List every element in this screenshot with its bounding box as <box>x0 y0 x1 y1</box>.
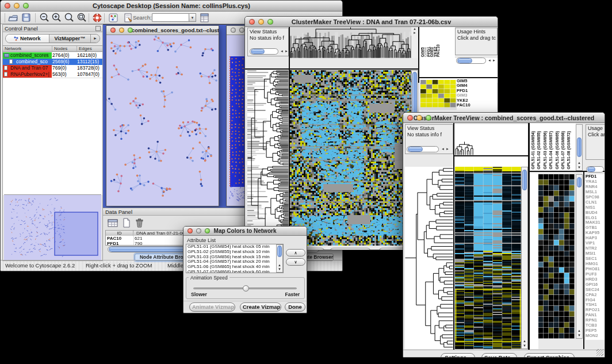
move-attribute-down-button[interactable]: ∨ <box>286 258 305 266</box>
zoom-button[interactable] <box>23 3 29 9</box>
treeview1-titlebar[interactable]: ClusterMaker TreeView : DNA and Tran 07-… <box>245 17 498 27</box>
save-session-icon[interactable] <box>21 12 32 24</box>
minimize-button[interactable] <box>14 3 20 9</box>
network-tree-row[interactable]: DNA and Tran 07769(0)183728(0) <box>3 65 102 71</box>
row-label: HAP3 <box>586 236 605 241</box>
help-lifebuoy-icon[interactable] <box>91 12 103 24</box>
attribute-list-item[interactable]: GPL51-02 (GSM855) heat shock 10 min <box>186 250 283 255</box>
scrollbar-thumb[interactable] <box>577 177 582 187</box>
minimize-button[interactable] <box>239 28 244 33</box>
minimize-button[interactable] <box>196 228 201 233</box>
summary-vscrollbar[interactable]: ▲ ▼ <box>576 174 583 339</box>
treeview2-titlebar[interactable]: ClusterMaker TreeView : combined_scores_… <box>403 113 605 123</box>
summary-heatmap-canvas[interactable] <box>538 174 575 339</box>
slider-thumb[interactable] <box>243 285 249 292</box>
scrollbar-thumb[interactable] <box>277 246 282 257</box>
row-highlight: RNAPuberNov2+| <box>3 71 52 78</box>
zoom-button[interactable] <box>205 228 210 233</box>
gene-row-labels: PFD1YRA1RNR4MSL1SPC98CLN1NIS1BUD4ELG1MAK… <box>586 174 605 340</box>
new-attribute-icon[interactable] <box>121 218 132 228</box>
minimize-button[interactable] <box>416 115 422 121</box>
heatmap-vscrollbar[interactable]: ▲ ▼ <box>521 167 528 349</box>
float-panel-icon[interactable] <box>95 26 101 31</box>
heatmap-canvas[interactable] <box>455 167 521 349</box>
export-graphics-button[interactable]: Export Graphics... <box>329 248 372 250</box>
network-frame-combined-scores[interactable]: combined_scores_good.txt--cluste... <box>106 25 219 206</box>
attribute-browser-icon[interactable] <box>199 12 211 24</box>
zoom-button[interactable] <box>267 19 273 25</box>
view-status-hscrollbar[interactable] <box>250 48 278 55</box>
zoom-button[interactable] <box>426 115 431 121</box>
panel-divider[interactable] <box>453 123 454 350</box>
heatmap-canvas[interactable] <box>290 70 411 246</box>
panel-divider[interactable] <box>583 172 584 349</box>
network-tree-row[interactable]: RNAPuberNov2+|563(0)107847(0) <box>3 71 102 78</box>
view-status-hscrollbar[interactable] <box>407 146 439 152</box>
row-dendrogram-canvas[interactable] <box>405 167 453 349</box>
main-titlebar[interactable]: Cytoscape Desktop (Session Name: collins… <box>1 1 342 12</box>
spacer <box>521 124 528 155</box>
save-data-button[interactable]: Save Data... <box>481 353 517 358</box>
scrollbar-arrows[interactable]: ◄► <box>441 146 450 152</box>
dialog-titlebar[interactable]: Map Colors to Network <box>183 227 307 236</box>
panel-divider[interactable] <box>245 68 418 70</box>
close-button[interactable] <box>5 3 10 9</box>
column-labels-vscrollbar[interactable]: ▲ ▼ <box>576 124 583 171</box>
move-attribute-up-button[interactable]: ∧ <box>286 249 305 256</box>
more-tabs-button[interactable]: ► <box>91 35 100 43</box>
close-button[interactable] <box>249 19 255 25</box>
done-button[interactable]: Done <box>285 302 305 312</box>
close-button[interactable] <box>231 28 236 33</box>
close-button[interactable] <box>110 28 116 33</box>
attribute-listbox[interactable]: GPL51-01 (GSM854) heat shock 05 minGPL51… <box>186 244 284 273</box>
zoom-out-icon[interactable] <box>39 12 51 24</box>
animation-speed-slider[interactable] <box>193 288 297 289</box>
panel-divider[interactable] <box>419 77 498 78</box>
list-vscrollbar[interactable]: ▲ ▼ <box>276 244 283 273</box>
scrollbar-arrows[interactable]: ◄► <box>280 48 289 55</box>
annotation-icon[interactable] <box>123 12 134 24</box>
open-session-icon[interactable] <box>7 12 19 24</box>
attribute-list-item[interactable]: GPL51-04 (GSM857) heat shock 20 min <box>186 259 283 265</box>
resize-grip[interactable] <box>596 349 603 356</box>
animate-vizmap-button[interactable]: Animate Vizmap <box>189 302 235 312</box>
network-tree-row[interactable]: combined_scores2764(0)16218(0) <box>3 52 102 59</box>
create-vizmap-button[interactable]: Create Vizmap <box>240 302 281 312</box>
delete-attribute-trash-icon[interactable] <box>134 218 145 228</box>
zoom-selected-icon[interactable] <box>76 12 88 24</box>
usage-hints-panel: Usage Hints Click and <box>586 124 605 160</box>
usage-hints-hscrollbar[interactable] <box>456 58 486 64</box>
zoom-fit-icon[interactable] <box>64 12 75 24</box>
close-button[interactable] <box>407 115 413 121</box>
scrollbar-thumb[interactable] <box>522 170 527 190</box>
network-overview-icon[interactable] <box>108 12 119 24</box>
tab-network[interactable]: Network <box>6 35 49 43</box>
search-input[interactable] <box>152 13 189 22</box>
zoom-button[interactable] <box>128 28 133 33</box>
attribute-select-icon[interactable] <box>108 218 118 228</box>
minimize-button[interactable] <box>119 28 124 33</box>
tab-vizmapper[interactable]: VizMapper™ <box>49 35 91 43</box>
scrollbar-thumb[interactable] <box>577 137 582 157</box>
scrollbar-arrows[interactable]: ◄► <box>488 58 497 64</box>
search-dropdown-button[interactable]: ▼ <box>189 13 196 22</box>
summary-heatmap-canvas[interactable] <box>420 80 456 108</box>
birdseye-view-canvas[interactable] <box>4 194 101 260</box>
row-label: PFD1 <box>457 89 497 93</box>
export-graphics-button[interactable]: Export Graphics... <box>524 353 575 358</box>
settings-button[interactable]: Settings... <box>441 353 475 358</box>
close-button[interactable] <box>188 228 193 233</box>
row-dendrogram-canvas[interactable] <box>247 70 289 246</box>
frame-titlebar[interactable]: combined_scores_good.txt--cluste... <box>106 26 219 35</box>
column-dendrogram-canvas[interactable] <box>454 124 521 155</box>
minimize-button[interactable] <box>258 19 264 25</box>
zoom-in-icon[interactable] <box>51 12 63 24</box>
attribute-list-item[interactable]: GPL51-06 (GSM865) heat shock 40 min <box>186 265 283 270</box>
network-tree-row[interactable]: combined_sco2569(6)13112(15) <box>3 59 102 65</box>
attribute-list-item[interactable]: GPL51-01 (GSM854) heat shock 05 min <box>186 244 283 250</box>
attribute-list-item[interactable]: GPL51-03 (GSM856) heat shock 15 min <box>186 255 283 260</box>
network-view-canvas[interactable] <box>106 35 219 206</box>
column-dendrogram-canvas[interactable] <box>290 27 411 58</box>
attribute-list-item[interactable]: GPL51-07 (GSM868) heat shock 60 min <box>186 270 283 273</box>
usage-hints-hscrollbar[interactable] <box>586 166 604 173</box>
